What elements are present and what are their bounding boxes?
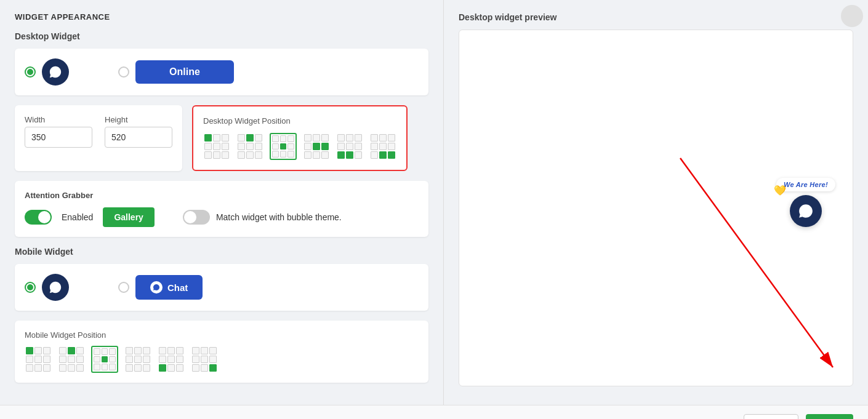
pos-cell — [321, 151, 329, 159]
pos-cell — [34, 347, 42, 354]
pos-grid-1[interactable] — [236, 133, 263, 160]
pos-cell — [68, 356, 75, 363]
height-field: Height — [105, 115, 172, 148]
gallery-button[interactable]: Gallery — [103, 207, 154, 227]
pos-cell — [126, 356, 133, 363]
section-title: WIDGET APPEARANCE — [15, 12, 428, 22]
pos-cell — [102, 356, 108, 363]
mobile-pos-grid-3[interactable] — [124, 346, 151, 373]
pos-cell — [379, 151, 387, 159]
pos-cell — [304, 151, 311, 159]
pos-cell — [134, 356, 142, 363]
height-input[interactable] — [105, 127, 172, 148]
pos-cell — [321, 143, 329, 150]
pos-cell — [192, 347, 199, 354]
pos-cell — [167, 364, 175, 372]
pos-cell — [346, 134, 353, 142]
cancel-button[interactable]: Cancel — [744, 414, 799, 419]
attention-emoji: 💛 — [774, 185, 786, 196]
pos-cell — [59, 364, 66, 372]
mobile-chat-radio-circle[interactable] — [118, 282, 129, 293]
pos-cell — [109, 364, 116, 370]
pos-cell — [246, 143, 254, 150]
pos-cell — [238, 143, 245, 150]
pos-cell — [379, 143, 387, 150]
mobile-pos-grid-5[interactable] — [191, 346, 218, 373]
pos-cell — [209, 356, 217, 363]
pos-grid-0[interactable] — [203, 133, 230, 160]
mobile-position-label: Mobile Widget Position — [25, 330, 419, 340]
pos-cell — [272, 143, 279, 150]
pos-cell — [34, 356, 42, 363]
height-label: Height — [105, 115, 172, 124]
online-button[interactable]: Online — [135, 60, 234, 84]
mobile-bubble-radio-option[interactable] — [25, 274, 69, 301]
save-button[interactable]: Save — [806, 414, 853, 419]
pos-cell — [280, 135, 287, 142]
bubble-radio-option[interactable] — [25, 58, 69, 86]
text-radio-circle[interactable] — [118, 66, 129, 78]
pos-grid-3[interactable] — [303, 133, 330, 160]
chat-button[interactable]: Chat — [135, 275, 203, 300]
pos-cell — [201, 347, 208, 354]
pos-cell — [337, 151, 345, 159]
pos-grid-5[interactable] — [369, 133, 396, 160]
text-radio-option[interactable]: Online — [118, 60, 234, 84]
pos-cell — [159, 364, 166, 372]
pos-cell — [321, 134, 329, 142]
match-theme-toggle[interactable] — [183, 210, 210, 225]
pos-cell — [238, 134, 245, 142]
pos-cell — [313, 134, 320, 142]
page-wrapper: WIDGET APPEARANCE Desktop Widget — [0, 0, 868, 419]
pos-cell — [176, 347, 183, 354]
mobile-pos-grid-1[interactable] — [58, 346, 85, 373]
attention-toggle[interactable] — [25, 210, 52, 225]
mobile-widget-type-row: Chat — [25, 274, 419, 301]
mobile-pos-grid-0[interactable] — [25, 346, 52, 373]
pos-cell — [287, 143, 294, 150]
attention-grabber-label: Attention Grabber — [25, 191, 419, 200]
mobile-chat-radio-option[interactable]: Chat — [118, 275, 203, 300]
bubble-icon — [42, 58, 69, 86]
chat-btn-icon — [150, 281, 163, 293]
pos-cell — [201, 364, 208, 372]
pos-cell — [201, 356, 208, 363]
pos-cell — [388, 143, 395, 150]
width-field: Width — [25, 115, 92, 148]
width-input[interactable] — [25, 127, 92, 148]
mobile-pos-grid-2[interactable] — [91, 346, 118, 373]
mobile-pos-grid-4[interactable] — [158, 346, 185, 373]
pos-cell — [143, 347, 150, 354]
pos-cell — [126, 347, 133, 354]
red-arrow — [606, 127, 853, 386]
mobile-position-grid-row — [25, 346, 419, 373]
mobile-widget-type-card: Chat — [15, 264, 428, 311]
bubble-radio-circle[interactable] — [25, 66, 36, 78]
pos-cell — [167, 347, 175, 354]
size-row: Width Height — [25, 115, 172, 148]
pos-cell — [337, 143, 345, 150]
mobile-position-card: Mobile Widget Position — [15, 321, 428, 383]
mobile-bubble-radio-circle[interactable] — [25, 282, 36, 293]
widget-type-row: Online — [25, 58, 419, 86]
pos-cell — [346, 143, 353, 150]
pos-cell — [388, 151, 395, 159]
right-panel: Desktop widget preview We Are Here! 💛 — [444, 0, 868, 405]
pos-cell — [126, 364, 133, 372]
pos-grid-2[interactable] — [270, 133, 297, 160]
pos-cell — [76, 356, 84, 363]
preview-widget: We Are Here! 💛 — [776, 178, 835, 227]
desktop-widget-type-card: Online — [15, 49, 428, 95]
pos-cell — [94, 356, 100, 363]
pos-cell — [159, 347, 166, 354]
pos-cell — [192, 356, 199, 363]
match-widget-label: Match widget with bubble theme. — [216, 212, 342, 222]
pos-cell — [43, 356, 50, 363]
pos-grid-4[interactable] — [336, 133, 363, 160]
pos-cell — [59, 347, 66, 354]
mobile-bubble-icon — [42, 274, 69, 301]
pos-cell — [213, 134, 220, 142]
pos-cell — [313, 143, 320, 150]
pos-cell — [355, 143, 362, 150]
size-position-row: Width Height Desktop Widget Position — [15, 105, 428, 171]
